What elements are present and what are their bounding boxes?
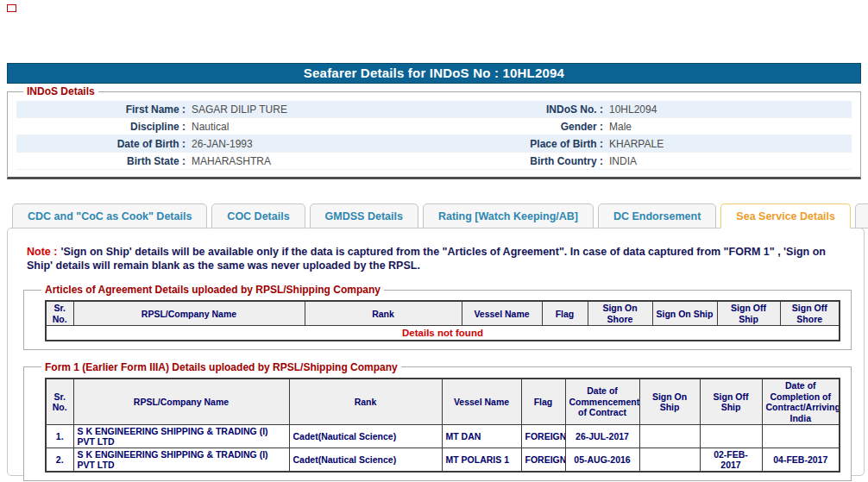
field-label: First Name : xyxy=(16,103,186,116)
field-label: INDoS No. : xyxy=(434,103,603,116)
field-value: Male xyxy=(609,121,632,133)
form1-details-fieldset: Form 1 (Earlier Form IIIA) Details uploa… xyxy=(23,361,852,481)
articles-of-agreement-fieldset: Articles of Agreement Details uploaded b… xyxy=(23,284,852,350)
tab-bar: CDC and "CoC as Cook" DetailsCOC Details… xyxy=(7,203,861,228)
indos-right-pair: Gender :Male xyxy=(434,121,852,133)
note-text: Note :'Sign on Ship' details will be ava… xyxy=(27,246,848,272)
table-cell: Cadet(Nautical Science) xyxy=(289,425,442,448)
column-header: Sign Off Ship xyxy=(717,301,780,326)
column-header: Date of Completion of Contract/Arriving … xyxy=(762,379,840,425)
indos-details-rows: First Name :SAGAR DILIP TUREINDoS No. :1… xyxy=(16,101,852,170)
indos-detail-row: Birth State :MAHARASHTRABirth Country :I… xyxy=(16,153,852,170)
field-value: SAGAR DILIP TURE xyxy=(192,103,287,116)
table-row: 1.S K ENGINEERING SHIPPING & TRADING (I)… xyxy=(46,425,840,448)
table-cell: FOREIGN xyxy=(521,448,565,473)
table-cell: 1. xyxy=(46,425,73,448)
table-cell: S K ENGINEERING SHIPPING & TRADING (I) P… xyxy=(73,425,289,448)
note-prefix: Note : xyxy=(27,246,57,258)
table-row: 2.S K ENGINEERING SHIPPING & TRADING (I)… xyxy=(46,448,840,473)
empty-row: Details not found xyxy=(46,326,840,341)
table-cell: 2. xyxy=(46,448,73,473)
tab-cdc-and-coc-as-cook-details[interactable]: CDC and "CoC as Cook" Details xyxy=(12,203,207,228)
table-cell: 04-FEB-2017 xyxy=(762,448,840,473)
field-label: Discipline : xyxy=(16,121,186,133)
indos-detail-row: First Name :SAGAR DILIP TUREINDoS No. :1… xyxy=(16,101,852,118)
field-label: Gender : xyxy=(434,121,603,133)
form1-details-table: Sr. No.RPSL/Company NameRankVessel NameF… xyxy=(45,378,840,473)
page-title: Seafarer Details for INDoS No : 10HL2094 xyxy=(7,63,861,84)
column-header: RPSL/Company Name xyxy=(73,301,305,326)
indos-details-fieldset: INDoS Details First Name :SAGAR DILIP TU… xyxy=(7,85,861,179)
field-value: INDIA xyxy=(609,155,637,167)
table-cell: 26-JUL-2017 xyxy=(565,425,639,448)
indos-right-pair: INDoS No. :10HL2094 xyxy=(434,103,852,116)
articles-of-agreement-table: Sr. No.RPSL/Company NameRankVessel NameF… xyxy=(45,300,840,341)
sea-service-tab-panel: Note :'Sign on Ship' details will be ava… xyxy=(7,228,865,476)
column-header: Vessel Name xyxy=(462,301,542,326)
empty-message: Details not found xyxy=(46,326,840,341)
top-whitespace xyxy=(0,0,868,63)
tab-sea-service-details[interactable]: Sea Service Details xyxy=(720,203,851,228)
field-label: Date of Birth : xyxy=(16,138,186,150)
tab-rating-watch-keeping-ab[interactable]: Rating [Watch Keeping/AB] xyxy=(423,203,594,228)
table-cell xyxy=(700,425,762,448)
field-value: MAHARASHTRA xyxy=(192,155,271,167)
table-cell: FOREIGN xyxy=(521,425,565,448)
column-header: Vessel Name xyxy=(442,379,521,425)
field-label: Place of Birth : xyxy=(434,138,603,150)
form1-details-legend: Form 1 (Earlier Form IIIA) Details uploa… xyxy=(41,361,401,373)
column-header: Flag xyxy=(521,379,565,425)
table-cell: MT DAN xyxy=(442,425,521,448)
column-header: Sign On Ship xyxy=(652,301,717,326)
column-header: Rank xyxy=(289,379,442,425)
broken-image-icon xyxy=(7,4,16,12)
field-label: Birth Country : xyxy=(434,155,603,167)
field-label: Birth State : xyxy=(16,155,186,167)
column-header: Sign Off Shore xyxy=(780,301,840,326)
tab-training-details[interactable]: Training Details xyxy=(855,203,868,228)
column-header: Rank xyxy=(305,301,462,326)
table-cell: S K ENGINEERING SHIPPING & TRADING (I) P… xyxy=(73,448,289,473)
column-header: Date of Commencement of Contract xyxy=(565,379,639,425)
indos-right-pair: Birth Country :INDIA xyxy=(434,155,852,167)
field-value: KHARPALE xyxy=(609,138,664,150)
page-container: Seafarer Details for INDoS No : 10HL2094… xyxy=(7,63,861,476)
articles-of-agreement-legend: Articles of Agreement Details uploaded b… xyxy=(41,284,384,296)
indos-right-pair: Place of Birth :KHARPALE xyxy=(434,138,852,150)
indos-left-pair: Discipline :Nautical xyxy=(16,121,434,133)
column-header: RPSL/Company Name xyxy=(73,379,289,425)
indos-left-pair: Birth State :MAHARASHTRA xyxy=(16,155,434,167)
indos-detail-row: Discipline :NauticalGender :Male xyxy=(16,118,852,135)
table-cell: 05-AUG-2016 xyxy=(565,448,639,473)
table-cell xyxy=(639,425,700,448)
indos-details-legend: INDoS Details xyxy=(23,85,98,97)
table-cell: Cadet(Nautical Science) xyxy=(289,448,442,473)
column-header: Sign On Ship xyxy=(639,379,700,425)
table-cell xyxy=(762,425,840,448)
column-header: Sr. No. xyxy=(46,379,73,425)
table-cell: 02-FEB-2017 xyxy=(700,448,762,473)
column-header: Sign Off Ship xyxy=(700,379,762,425)
column-header: Flag xyxy=(542,301,588,326)
tab-gmdss-details[interactable]: GMDSS Details xyxy=(310,203,418,228)
indos-detail-row: Date of Birth :26-JAN-1993Place of Birth… xyxy=(16,135,852,153)
column-header: Sr. No. xyxy=(46,301,73,326)
table-cell: MT POLARIS 1 xyxy=(442,448,521,473)
table-header-row: Sr. No.RPSL/Company NameRankVessel NameF… xyxy=(46,301,840,326)
table-header-row: Sr. No.RPSL/Company NameRankVessel NameF… xyxy=(46,379,840,425)
tab-dc-endorsement[interactable]: DC Endorsement xyxy=(598,203,716,228)
column-header: Sign On Shore xyxy=(588,301,652,326)
indos-left-pair: Date of Birth :26-JAN-1993 xyxy=(16,138,434,150)
tab-coc-details[interactable]: COC Details xyxy=(211,203,305,228)
note-body: 'Sign on Ship' details will be available… xyxy=(27,246,826,272)
indos-left-pair: First Name :SAGAR DILIP TURE xyxy=(16,103,434,116)
field-value: 10HL2094 xyxy=(609,103,657,116)
field-value: 26-JAN-1993 xyxy=(192,138,253,150)
field-value: Nautical xyxy=(192,121,229,133)
table-cell xyxy=(639,448,700,473)
